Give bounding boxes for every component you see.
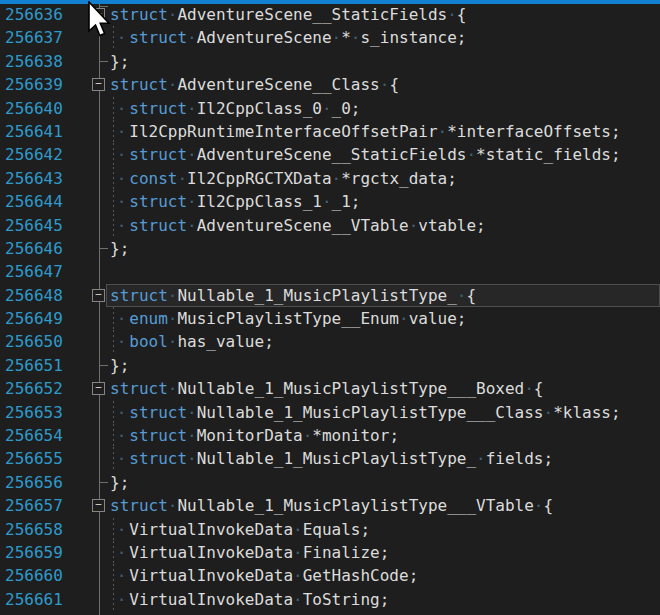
- line-number[interactable]: 256656: [5, 471, 63, 494]
- code-lines-container[interactable]: 256636−struct·AdventureScene__StaticFiel…: [0, 3, 660, 615]
- line-number[interactable]: 256643: [5, 167, 63, 190]
- code-line[interactable]: 256656};: [0, 471, 660, 494]
- keyword-token: struct: [129, 192, 187, 211]
- identifier-token: _1;: [332, 192, 361, 211]
- line-number[interactable]: 256646: [5, 237, 63, 260]
- code-line[interactable]: 256642·struct·AdventureScene__StaticFiel…: [0, 143, 660, 166]
- code-line[interactable]: 256652−struct·Nullable_1_MusicPlaylistTy…: [0, 377, 660, 400]
- line-number[interactable]: 256654: [5, 424, 63, 447]
- identifier-token: {: [389, 75, 399, 94]
- whitespace-dot: ·: [476, 449, 486, 468]
- code-text: ·VirtualInvokeData·ToString;: [110, 588, 389, 611]
- code-line[interactable]: 256650·bool·has_value;: [0, 330, 660, 353]
- code-line[interactable]: 256643·const·Il2CppRGCTXData·*rgctx_data…: [0, 167, 660, 190]
- line-number[interactable]: 256659: [5, 541, 63, 564]
- fold-collapse-icon[interactable]: −: [92, 289, 105, 302]
- code-line[interactable]: 256657−struct·Nullable_1_MusicPlaylistTy…: [0, 494, 660, 517]
- identifier-token: AdventureScene__StaticFields: [177, 5, 447, 24]
- identifier-token: has_value;: [177, 332, 273, 351]
- line-number[interactable]: 256652: [5, 377, 63, 400]
- code-line[interactable]: 256654·struct·MonitorData·*monitor;: [0, 424, 660, 447]
- whitespace-dot: ·: [168, 309, 178, 328]
- identifier-token: MonitorData: [197, 426, 303, 445]
- line-number[interactable]: 256642: [5, 143, 63, 166]
- fold-collapse-icon[interactable]: −: [92, 382, 105, 395]
- indent-whitespace-dot: ·: [110, 330, 129, 353]
- whitespace-dot: ·: [524, 379, 534, 398]
- whitespace-dot: ·: [168, 379, 178, 398]
- line-number[interactable]: 256636: [5, 3, 63, 26]
- line-number[interactable]: 256658: [5, 518, 63, 541]
- whitespace-dot: ·: [380, 75, 390, 94]
- line-number[interactable]: 256657: [5, 494, 63, 517]
- line-number[interactable]: 256641: [5, 120, 63, 143]
- whitespace-dot: ·: [322, 192, 332, 211]
- line-number[interactable]: 256638: [5, 50, 63, 73]
- code-line[interactable]: 256653·struct·Nullable_1_MusicPlaylistTy…: [0, 401, 660, 424]
- line-number[interactable]: 256645: [5, 214, 63, 237]
- keyword-token: struct: [129, 28, 187, 47]
- line-number[interactable]: 256640: [5, 97, 63, 120]
- line-number[interactable]: 256637: [5, 26, 63, 49]
- code-line[interactable]: 256644·struct·Il2CppClass_1·_1;: [0, 190, 660, 213]
- line-number[interactable]: 256651: [5, 354, 63, 377]
- keyword-token: struct: [110, 286, 168, 305]
- code-text: struct·Nullable_1_MusicPlaylistType_·{: [110, 284, 476, 307]
- code-line[interactable]: 256646};: [0, 237, 660, 260]
- code-line[interactable]: 256647: [0, 260, 660, 283]
- line-number[interactable]: 256647: [5, 260, 63, 283]
- line-number[interactable]: 256655: [5, 447, 63, 470]
- line-number[interactable]: 256639: [5, 73, 63, 96]
- line-number[interactable]: 256648: [5, 284, 63, 307]
- identifier-token: Finalize;: [303, 543, 390, 562]
- fold-collapse-icon[interactable]: −: [92, 78, 105, 91]
- code-line[interactable]: 256649·enum·MusicPlaylistType__Enum·valu…: [0, 307, 660, 330]
- code-line[interactable]: 256655·struct·Nullable_1_MusicPlaylistTy…: [0, 447, 660, 470]
- line-number[interactable]: 256661: [5, 588, 63, 611]
- code-text: ·struct·AdventureScene__StaticFields·*st…: [110, 143, 621, 166]
- line-number[interactable]: 256649: [5, 307, 63, 330]
- indent-whitespace-dot: ·: [110, 401, 129, 424]
- identifier-token: Il2CppClass_0: [197, 99, 322, 118]
- code-line[interactable]: 256638};: [0, 50, 660, 73]
- code-text: ·struct·AdventureScene__VTable·vtable;: [110, 214, 486, 237]
- indent-whitespace-dot: ·: [110, 97, 129, 120]
- line-number[interactable]: 256653: [5, 401, 63, 424]
- identifier-token: Equals;: [303, 520, 370, 539]
- whitespace-dot: ·: [187, 145, 197, 164]
- code-line[interactable]: 256651};: [0, 354, 660, 377]
- line-number[interactable]: 256644: [5, 190, 63, 213]
- identifier-token: Nullable_1_MusicPlaylistType_: [197, 449, 476, 468]
- code-line[interactable]: 256661·VirtualInvokeData·ToString;: [0, 588, 660, 611]
- code-line[interactable]: 256639−struct·AdventureScene__Class·{: [0, 73, 660, 96]
- line-number[interactable]: 256662: [5, 611, 63, 615]
- indent-whitespace-dot: ·: [110, 190, 129, 213]
- code-line-current[interactable]: 256648−struct·Nullable_1_MusicPlaylistTy…: [0, 284, 660, 307]
- fold-collapse-icon[interactable]: −: [92, 499, 105, 512]
- indent-whitespace-dot: ·: [110, 541, 129, 564]
- identifier-token: VirtualInvokeData: [129, 543, 293, 562]
- line-number[interactable]: 256650: [5, 330, 63, 353]
- code-line[interactable]: 256659·VirtualInvokeData·Finalize;: [0, 541, 660, 564]
- code-line[interactable]: 256658·VirtualInvokeData·Equals;: [0, 518, 660, 541]
- code-editor[interactable]: 256636−struct·AdventureScene__StaticFiel…: [0, 0, 660, 615]
- whitespace-dot: ·: [293, 543, 303, 562]
- identifier-token: Nullable_1_MusicPlaylistType___Class: [197, 403, 544, 422]
- whitespace-dot: ·: [187, 192, 197, 211]
- code-line[interactable]: 256640·struct·Il2CppClass_0·_0;: [0, 97, 660, 120]
- identifier-token: Nullable_1_MusicPlaylistType___Boxed: [177, 379, 524, 398]
- whitespace-dot: ·: [187, 403, 197, 422]
- identifier-token: VirtualInvokeData: [129, 566, 293, 585]
- line-number[interactable]: 256660: [5, 564, 63, 587]
- code-text: ·struct·Il2CppClass_1·_1;: [110, 190, 360, 213]
- code-line[interactable]: 256645·struct·AdventureScene__VTable·vta…: [0, 214, 660, 237]
- code-text: ·struct·Il2CppClass_0·_0;: [110, 97, 360, 120]
- indent-whitespace-dot: ·: [110, 143, 129, 166]
- code-line[interactable]: 256641·Il2CppRuntimeInterfaceOffsetPair·…: [0, 120, 660, 143]
- indent-whitespace-dot: ·: [110, 447, 129, 470]
- whitespace-dot: ·: [543, 403, 553, 422]
- identifier-token: MusicPlaylistType__Enum: [177, 309, 399, 328]
- keyword-token: bool: [129, 332, 168, 351]
- code-line[interactable]: 256660·VirtualInvokeData·GetHashCode;: [0, 564, 660, 587]
- code-line[interactable]: 256662};: [0, 611, 660, 615]
